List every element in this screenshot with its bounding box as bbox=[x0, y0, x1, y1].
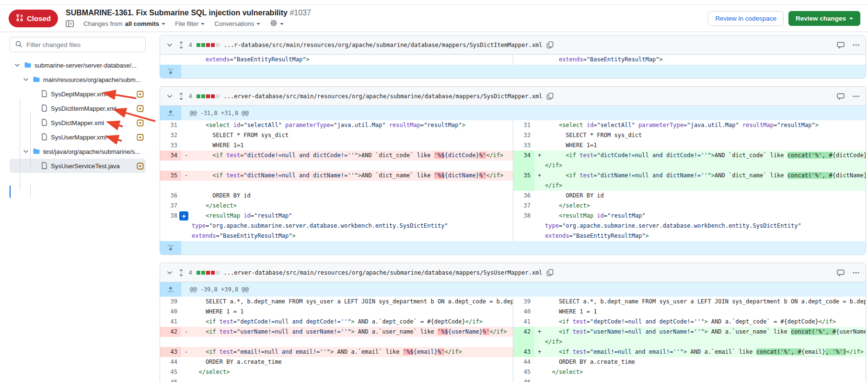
line-number[interactable]: 34 bbox=[160, 150, 181, 171]
line-number[interactable]: 43 bbox=[513, 347, 534, 357]
comment-icon[interactable] bbox=[837, 269, 845, 277]
chevron-down-icon bbox=[256, 23, 260, 25]
code-cell: WHERE 1 = 1 bbox=[534, 307, 866, 317]
file-tree-sidebar: Filter changed files submarine-server/se… bbox=[0, 32, 152, 382]
line-number[interactable]: 45 bbox=[513, 367, 534, 377]
chevron-down-icon[interactable] bbox=[13, 61, 21, 69]
file-icon bbox=[40, 133, 48, 141]
line-number[interactable]: 44 bbox=[160, 357, 181, 367]
line-number[interactable]: 40 bbox=[513, 307, 534, 317]
line-number[interactable]: 34 bbox=[513, 150, 534, 171]
code-cell: extends="BaseEntityResultMap"> bbox=[181, 55, 513, 65]
chevron-down-icon[interactable] bbox=[22, 76, 30, 83]
code-line: SELECT * FROM sys_dict bbox=[534, 130, 866, 140]
line-number[interactable]: 37 bbox=[513, 201, 534, 211]
diffstat bbox=[197, 94, 220, 98]
tree-folder-main-resources-org-apache-subm-[interactable]: main/resources/org/apache/subm... bbox=[10, 72, 146, 87]
line-number[interactable]: 43 bbox=[160, 347, 181, 357]
line-number[interactable]: 35 bbox=[513, 171, 534, 191]
diff-row: 45 </select>45 </select> bbox=[160, 367, 866, 377]
tree-folder-submarine-server-server-database-[interactable]: submarine-server/server-database/... bbox=[10, 58, 146, 72]
tree-item-label: SysDictItemMapper.xml bbox=[51, 105, 116, 112]
line-number[interactable]: 44 bbox=[513, 357, 534, 367]
hunk-row: @@ -31,8 +31,8 @@ bbox=[160, 106, 866, 120]
chevron-down-icon[interactable] bbox=[166, 93, 174, 100]
line-number[interactable]: 42 bbox=[160, 327, 181, 347]
line-number[interactable]: 46 bbox=[160, 377, 181, 382]
code-line: <if test="deptCode!=null and deptCode!='… bbox=[534, 317, 866, 327]
copy-icon[interactable] bbox=[546, 41, 554, 48]
line-number[interactable]: 36 bbox=[160, 191, 181, 201]
diff-side-old: 44 ORDER BY a.create_time bbox=[160, 357, 513, 367]
chevron-down-icon bbox=[201, 23, 205, 25]
diff-side-old: extends="BaseEntityResultMap"> bbox=[160, 55, 513, 65]
line-number[interactable]: 35 bbox=[160, 171, 181, 191]
copy-icon[interactable] bbox=[546, 93, 554, 100]
expand-down-button[interactable] bbox=[160, 241, 181, 255]
diff-settings-dropdown[interactable] bbox=[270, 19, 284, 28]
line-number[interactable]: 42 bbox=[513, 327, 534, 347]
review-in-codespace-button[interactable]: Review in codespace bbox=[708, 11, 784, 26]
diff-toolbar: Changes from all commits File filter Con… bbox=[66, 19, 700, 28]
filter-changed-files-input[interactable]: Filter changed files bbox=[10, 37, 146, 52]
diff-table: @@ -39,8 +39,8 @@39 SELECT a.*, b.dept_n… bbox=[160, 282, 866, 382]
pr-status-label: Closed bbox=[27, 14, 51, 23]
line-number[interactable]: 46 bbox=[513, 377, 534, 382]
expand-down-button[interactable] bbox=[160, 65, 181, 78]
chevron-down-icon[interactable] bbox=[166, 41, 174, 49]
conversations-dropdown[interactable]: Conversations bbox=[214, 20, 260, 27]
diff-row: 32 SELECT * FROM sys_dict32 SELECT * FRO… bbox=[160, 130, 866, 140]
line-number[interactable]: 39 bbox=[513, 297, 534, 307]
code-cell: ORDER BY id bbox=[181, 191, 513, 201]
line-number[interactable] bbox=[513, 55, 534, 65]
line-number[interactable]: 38 bbox=[513, 211, 534, 241]
expand-up-button[interactable] bbox=[160, 282, 181, 297]
line-number[interactable]: 31 bbox=[160, 120, 181, 130]
diff-side-new: 34+ <if test="dictCode!=null and dictCod… bbox=[513, 150, 866, 171]
diff-side-old: 34- <if test="dictCode!=null and dictCod… bbox=[160, 150, 513, 171]
line-number[interactable]: 32 bbox=[513, 130, 534, 140]
line-number[interactable]: 45 bbox=[160, 367, 181, 377]
sidebar-toggle-button[interactable] bbox=[66, 20, 74, 27]
hunk-header: @@ -39,8 +39,8 @@ bbox=[181, 282, 249, 297]
code-line bbox=[181, 337, 513, 347]
line-number[interactable]: 32 bbox=[160, 130, 181, 140]
code-line: ORDER BY id bbox=[534, 191, 866, 201]
line-number[interactable]: 33 bbox=[160, 140, 181, 150]
tree-indent-guide bbox=[30, 113, 31, 170]
file-filter-dropdown[interactable]: File filter bbox=[175, 20, 205, 27]
copy-icon[interactable] bbox=[546, 269, 554, 276]
tree-file-sysdeptmapper-xml[interactable]: SysDeptMapper.xml bbox=[10, 87, 146, 101]
line-number[interactable]: 41 bbox=[513, 317, 534, 327]
line-number[interactable]: 31 bbox=[513, 120, 534, 130]
diffstat-square-add bbox=[197, 43, 200, 47]
diff-row: 40 WHERE 1 = 140 WHERE 1 = 1 bbox=[160, 307, 866, 317]
diff-sign: + bbox=[538, 171, 541, 181]
comment-icon[interactable] bbox=[837, 41, 845, 49]
line-number[interactable]: 40 bbox=[160, 307, 181, 317]
line-number[interactable]: 37 bbox=[160, 201, 181, 211]
add-comment-button[interactable]: + bbox=[179, 211, 188, 220]
code-cell: <select id="selectAll" parameterType="ja… bbox=[534, 120, 866, 130]
diffstat-square-del bbox=[206, 271, 210, 275]
code-cell: </select> bbox=[534, 201, 866, 211]
kebab-icon[interactable] bbox=[852, 93, 860, 100]
code-line: <select id="selectAll" parameterType="ja… bbox=[181, 120, 513, 130]
review-changes-button[interactable]: Review changes bbox=[788, 11, 860, 26]
line-number[interactable] bbox=[160, 55, 181, 65]
chevron-down-icon[interactable] bbox=[22, 148, 30, 155]
line-number[interactable]: 33 bbox=[513, 140, 534, 150]
changes-from-dropdown[interactable]: Changes from all commits bbox=[83, 20, 165, 27]
code-cell: <if test="deptCode!=null and deptCode!='… bbox=[534, 317, 866, 327]
line-number[interactable]: 36 bbox=[513, 191, 534, 201]
kebab-icon[interactable] bbox=[852, 269, 860, 277]
kebab-icon[interactable] bbox=[852, 41, 860, 49]
line-number[interactable]: 39 bbox=[160, 297, 181, 307]
comment-icon[interactable] bbox=[837, 93, 845, 100]
line-number[interactable]: 41 bbox=[160, 317, 181, 327]
chevron-down-icon[interactable] bbox=[166, 269, 174, 277]
diff-row: extends="BaseEntityResultMap"> extends="… bbox=[160, 55, 866, 65]
expand-up-button[interactable] bbox=[160, 106, 181, 120]
code-cell bbox=[534, 377, 866, 382]
line-number[interactable]: 38 bbox=[160, 211, 181, 241]
